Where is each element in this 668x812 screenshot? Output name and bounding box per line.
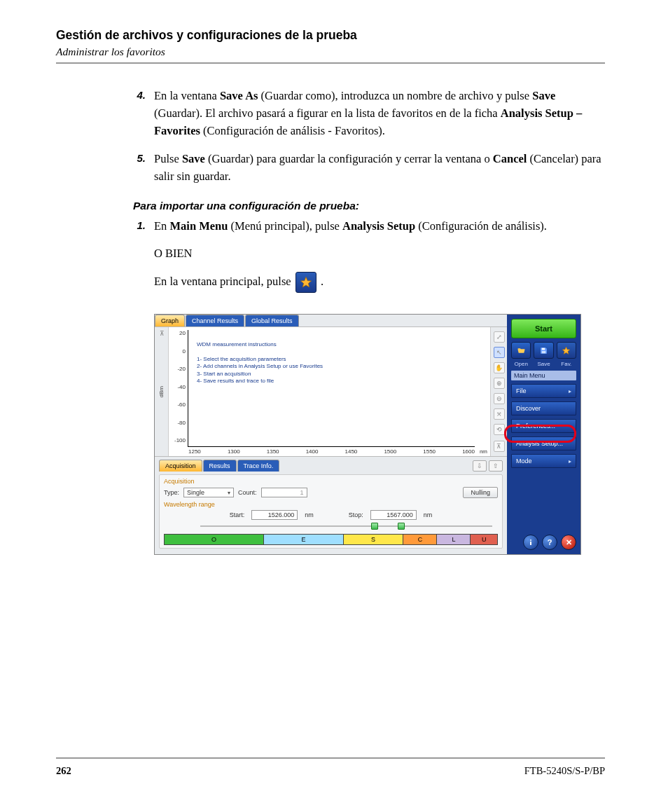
nulling-button[interactable]: Nulling [463,487,498,498]
svg-marker-0 [300,277,311,287]
text: (Guardar) para guardar la configuración … [205,152,493,165]
tab-graph[interactable]: Graph [155,315,185,326]
tab-acquisition[interactable]: Acquisition [159,460,202,472]
instr-line: 1- Select the acquisition parameters [197,356,323,363]
app-sidebar: Start Open Save Fav. Main Menu File▸ Dis… [507,315,580,554]
star-icon [562,346,571,355]
collapse-up-icon[interactable]: ⇧ [489,460,503,472]
unit: nm [424,511,433,518]
step-1: 1. En Main Menu (Menú principal), pulse … [133,218,605,303]
svg-rect-1 [542,347,545,350]
save-button[interactable] [534,342,553,359]
text: (Guardar como), introduzca un nombre de … [258,89,532,102]
footer-rule [56,757,605,759]
menu-mode[interactable]: Mode▸ [511,454,576,468]
menu-preferences[interactable]: Preferences... [511,419,576,433]
x-tick: 1300 [228,448,240,455]
count-label: Count: [238,489,257,496]
stop-label: Stop: [349,511,363,518]
x-ticks: 1250 1300 1350 1400 1450 1500 1550 1600 [188,448,475,455]
x-axis-line [188,446,475,447]
zoom-tool-icon[interactable]: ⤢ [494,331,505,343]
text: (Menú principal), pulse [228,219,342,233]
start-input[interactable]: 1526.000 [251,510,298,520]
tab-channel-results[interactable]: Channel Results [186,315,244,326]
disk-save-icon [539,346,548,355]
footer: 262 FTB-5240S/S-P/BP [56,765,605,777]
y-tick: -80 [170,420,186,426]
collapse-down-icon[interactable]: ⇩ [473,460,487,472]
help-button[interactable]: ? [542,535,557,550]
close-button[interactable]: ✕ [561,535,576,550]
step-body: En la ventana Save As (Guardar como), in… [154,88,605,139]
tab-trace-info[interactable]: Trace Info. [237,460,280,472]
band-c: C [403,535,437,544]
y-tick: -60 [170,401,186,408]
step-number: 4. [133,88,154,139]
svg-rect-5 [530,542,531,545]
band-bar: O E S C L U [164,534,498,545]
chevron-down-icon: ▾ [228,490,230,496]
text: Pulse [154,152,182,165]
lower-tabs: Acquisition Results Trace Info. ⇩ ⇧ [159,460,503,472]
pan-tool-icon[interactable]: ✋ [494,362,505,373]
bold-text: Cancel [493,152,527,165]
start-label: Start: [230,511,245,518]
marker-icon[interactable]: ⊼ [494,441,505,452]
page-number: 262 [56,765,71,777]
main-menu-header: Main Menu [511,371,576,380]
product-code: FTB-5240S/S-P/BP [524,765,605,777]
x-tick: 1250 [188,448,201,455]
zoom-out-icon[interactable]: ⊖ [494,393,505,404]
tab-results[interactable]: Results [203,460,237,472]
favorites-button[interactable] [557,342,576,359]
zoom-in-icon[interactable]: ⊕ [494,378,505,389]
count-input[interactable]: 1 [261,488,307,497]
folder-open-icon [517,346,526,355]
svg-point-4 [530,539,531,541]
type-label: Type: [164,489,179,496]
menu-discover[interactable]: Discover [511,401,576,415]
text: En [154,219,169,233]
info-icon [527,538,535,546]
bold-text: Analysis Setup [342,219,415,233]
acquisition-title: Acquisition [164,478,498,485]
step-5: 5. Pulse Save (Guardar) para guardar la … [133,151,605,186]
icon-row [511,342,576,359]
marker-tool-icon[interactable]: ⊼ [156,330,167,343]
y-tick: 20 [170,330,186,336]
instr-line: 2- Add channels in Analysis Setup or use… [197,363,323,370]
pointer-tool-icon[interactable]: ↖ [494,347,505,358]
band-u: U [471,535,497,544]
tab-global-results[interactable]: Global Results [245,315,299,326]
open-button[interactable] [511,342,531,359]
fav-label: Fav. [557,361,576,367]
bold-text: Main Menu [169,219,228,233]
favorites-button-inline[interactable] [295,272,316,293]
x-tick: 1500 [384,448,396,455]
wavelength-slider[interactable] [164,523,498,530]
save-label: Save [534,361,553,367]
reset-zoom-icon[interactable]: ⟲ [494,424,505,435]
x-tick: 1400 [306,448,319,455]
page-subheading: Administrar los favoritos [56,46,605,58]
instr-line: 3- Start an acquisition [197,371,323,378]
app-screenshot: Graph Channel Results Global Results ⊼ d… [154,314,581,555]
app-main-area: Graph Channel Results Global Results ⊼ d… [155,315,507,554]
chevron-right-icon: ▸ [569,458,571,465]
instr-title: WDM measurement instructions [197,341,323,348]
info-button[interactable] [523,535,538,550]
menu-analysis-setup[interactable]: Analysis Setup... [511,436,576,450]
step-4: 4. En la ventana Save As (Guardar como),… [133,88,605,139]
type-select[interactable]: Single▾ [183,488,234,497]
instr-line: 4- Save results and trace to file [197,378,323,385]
start-button[interactable]: Start [511,319,576,338]
header-rule [56,62,605,64]
stop-input[interactable]: 1567.000 [370,510,417,520]
fit-zoom-icon[interactable]: ⤧ [494,408,505,420]
menu-file[interactable]: File▸ [511,384,576,398]
x-axis-unit: nm [480,448,487,455]
unit: nm [305,511,314,518]
y-axis-unit: dBm [155,327,169,456]
svg-rect-2 [542,351,545,353]
